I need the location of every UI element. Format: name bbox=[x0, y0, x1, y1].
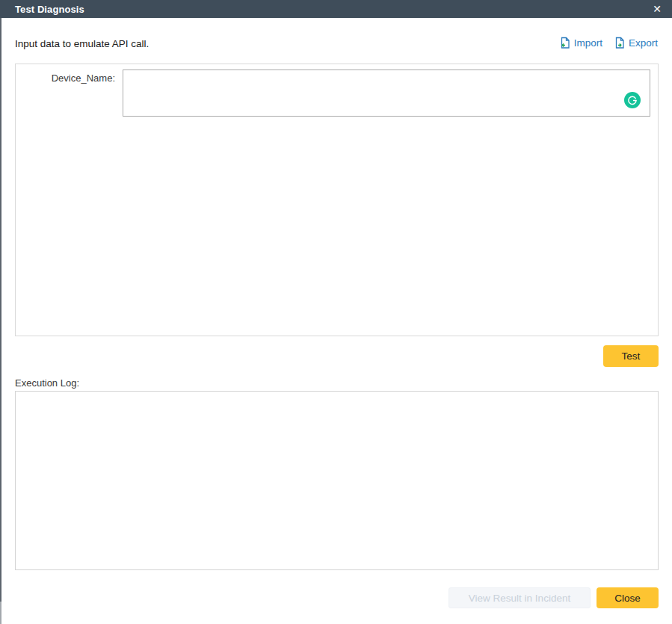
close-icon[interactable]: ✕ bbox=[648, 0, 666, 18]
device-name-input[interactable] bbox=[123, 69, 650, 117]
dialog-header: Test Diagnosis ✕ bbox=[0, 0, 672, 18]
test-button[interactable]: Test bbox=[603, 345, 659, 367]
background-page-edge-bottom bbox=[0, 602, 1, 624]
export-link[interactable]: Export bbox=[614, 37, 658, 49]
background-page-edge bbox=[0, 18, 1, 624]
execution-log-output bbox=[15, 391, 659, 570]
grammarly-icon[interactable] bbox=[624, 92, 641, 108]
view-result-in-incident-button: View Result in Incident bbox=[448, 587, 591, 608]
import-link[interactable]: Import bbox=[559, 37, 602, 49]
device-name-label: Device_Name: bbox=[16, 72, 115, 84]
import-export-toolbar: Import Export bbox=[559, 37, 658, 49]
dialog-title: Test Diagnosis bbox=[15, 4, 84, 15]
import-label: Import bbox=[574, 37, 602, 49]
export-icon bbox=[614, 37, 626, 49]
close-button[interactable]: Close bbox=[597, 587, 659, 608]
import-icon bbox=[559, 37, 571, 49]
export-label: Export bbox=[629, 37, 658, 49]
instruction-text: Input data to emulate API call. bbox=[15, 38, 149, 49]
execution-log-label: Execution Log: bbox=[15, 377, 79, 389]
input-parameters-panel: Device_Name: bbox=[15, 64, 659, 336]
test-diagnosis-dialog: Test Diagnosis ✕ Input data to emulate A… bbox=[0, 0, 672, 624]
